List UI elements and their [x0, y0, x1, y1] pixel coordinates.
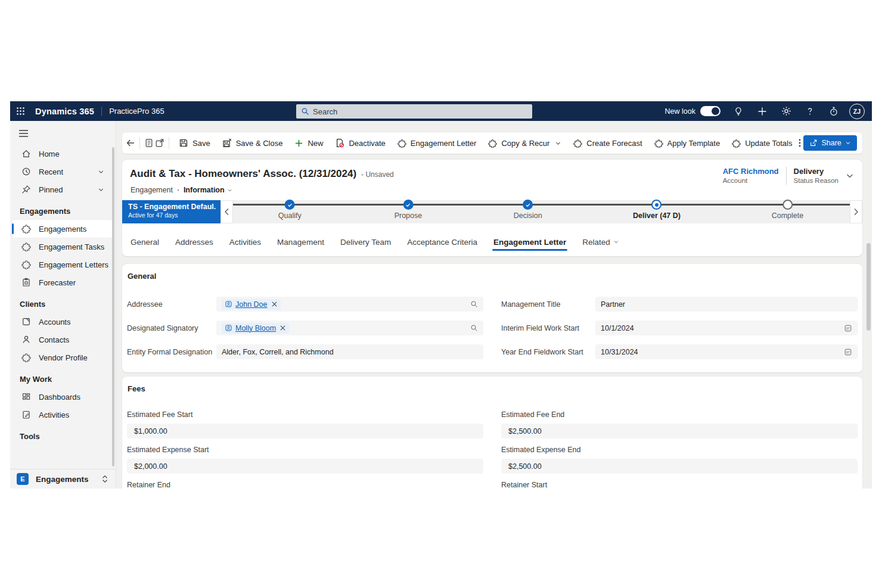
main-scrollbar[interactable] — [867, 243, 871, 331]
form-selector[interactable]: Information — [184, 186, 232, 194]
area-switcher[interactable]: E Engagements — [10, 469, 116, 489]
app-launcher-button[interactable] — [10, 101, 30, 121]
avatar[interactable]: ZJ — [849, 104, 865, 119]
sidebar-item-engagement-tasks[interactable]: Engagement Tasks — [12, 238, 113, 256]
estimated-fee-start-field[interactable]: $1,000.00 — [127, 424, 483, 438]
new-look-toggle[interactable] — [700, 106, 720, 116]
stage-qualify[interactable]: Qualify — [278, 200, 302, 220]
sidebar-item-accounts[interactable]: Accounts — [12, 313, 113, 331]
field-value: Alder, Fox, Correll, and Richmond — [222, 348, 334, 356]
app-name[interactable]: PracticePro 365 — [109, 107, 164, 116]
tab-acceptance-criteria[interactable]: Acceptance Criteria — [407, 231, 477, 253]
entity-formal-designation-field[interactable]: Alder, Fox, Correll, and Richmond — [216, 344, 483, 359]
copy-and-recur-button[interactable]: Copy & Recur — [483, 135, 567, 151]
sidebar-item-engagements[interactable]: Engagements — [12, 220, 113, 238]
deactivate-button[interactable]: Deactivate — [330, 135, 390, 151]
remove-icon[interactable] — [279, 325, 285, 331]
date-picker-icon[interactable] — [844, 324, 852, 332]
field-designated-signatory: Designated Signatory Molly Bloom — [127, 321, 483, 335]
lightbulb-icon — [734, 107, 743, 116]
share-button[interactable]: Share — [803, 135, 856, 151]
addressee-lookup-field[interactable]: John Doe — [216, 297, 483, 312]
lookup-link[interactable]: John Doe — [235, 300, 268, 309]
tab-management[interactable]: Management — [277, 231, 324, 253]
interim-field-work-start-field[interactable]: 10/1/2024 — [595, 321, 858, 335]
back-button[interactable] — [126, 135, 135, 151]
designated-signatory-lookup-field[interactable]: Molly Bloom — [216, 321, 483, 335]
lookup-link[interactable]: Molly Bloom — [235, 324, 276, 332]
field-label: Estimated Fee End — [501, 410, 858, 419]
sidebar-item-contacts[interactable]: Contacts — [12, 331, 113, 349]
more-commands-button[interactable] — [799, 135, 801, 151]
lightbulb-button[interactable] — [726, 101, 750, 121]
sidebar-item-engagement-letters[interactable]: Engagement Letters — [12, 256, 113, 273]
settings-button[interactable] — [774, 101, 798, 121]
remove-icon[interactable] — [271, 301, 277, 307]
button-label: Deactivate — [349, 139, 385, 148]
active-stage-box[interactable]: TS - Engagement Defaul... Active for 47 … — [122, 200, 220, 223]
stage-complete[interactable]: Complete — [772, 200, 804, 220]
management-title-field[interactable]: Partner — [595, 297, 858, 312]
show-chart-button[interactable] — [144, 135, 154, 151]
button-label: Share — [821, 139, 841, 147]
sidebar-item-home[interactable]: Home — [12, 145, 113, 163]
update-totals-button[interactable]: Update Totals — [726, 135, 797, 151]
record-header-card: Audit & Tax - Homeowners' Assoc. (12/31/… — [122, 160, 862, 256]
recent-activity-button[interactable] — [822, 101, 846, 121]
save-and-close-button[interactable]: Save & Close — [217, 135, 288, 151]
sidebar-scrollbar[interactable] — [112, 147, 114, 466]
sidebar-item-vendor-profile[interactable]: Vendor Profile — [12, 349, 113, 366]
button-label: Engagement Letter — [411, 139, 477, 148]
apply-template-button[interactable]: Apply Template — [649, 135, 726, 151]
stage-deliver[interactable]: Deliver (47 D) — [633, 200, 681, 220]
form-name: Information — [184, 186, 225, 194]
header-expand-button[interactable] — [846, 172, 854, 180]
header-account-field[interactable]: AFC Richmond Account — [723, 167, 779, 184]
estimated-expense-end-field[interactable]: $2,500.00 — [501, 459, 858, 474]
hamburger-icon — [18, 129, 29, 138]
save-button[interactable]: Save — [173, 135, 216, 151]
entity-icon — [732, 139, 741, 148]
new-look-label: New look — [665, 107, 695, 116]
tab-activities[interactable]: Activities — [229, 231, 261, 253]
estimated-expense-start-field[interactable]: $2,000.00 — [127, 459, 483, 474]
lookup-pill: John Doe — [222, 299, 281, 310]
stage-decision[interactable]: Decision — [514, 200, 542, 220]
process-scroll-left-button[interactable] — [220, 200, 233, 223]
lookup-search-icon[interactable] — [470, 324, 478, 332]
sidebar-item-label: Accounts — [39, 318, 70, 326]
sidebar-item-dashboards[interactable]: Dashboards — [12, 388, 113, 406]
date-picker-icon[interactable] — [844, 348, 852, 356]
tab-label: Acceptance Criteria — [407, 238, 477, 247]
sidebar-collapse-button[interactable] — [18, 129, 29, 138]
popout-icon — [155, 138, 164, 148]
estimated-fee-end-field[interactable]: $2,500.00 — [501, 424, 858, 438]
search-input[interactable] — [313, 107, 527, 116]
lookup-search-icon[interactable] — [470, 300, 478, 308]
header-status-field[interactable]: Delivery Status Reason — [794, 167, 838, 184]
popout-button[interactable] — [155, 135, 164, 151]
engagement-letter-button[interactable]: Engagement Letter — [392, 135, 482, 151]
tab-engagement-letter[interactable]: Engagement Letter — [493, 231, 566, 253]
search-box[interactable] — [296, 104, 532, 119]
sidebar-item-pinned[interactable]: Pinned — [12, 181, 113, 198]
sidebar-item-forecaster[interactable]: Forecaster — [12, 273, 113, 291]
year-end-fieldwork-start-field[interactable]: 10/31/2024 — [595, 344, 858, 359]
process-scroll-right-button[interactable] — [850, 200, 862, 223]
sidebar-item-activities[interactable]: Activities — [12, 406, 113, 424]
new-button[interactable]: New — [289, 135, 328, 151]
tab-delivery-team[interactable]: Delivery Team — [340, 231, 391, 253]
account-link[interactable]: AFC Richmond — [723, 167, 779, 176]
tab-related[interactable]: Related — [582, 231, 619, 253]
sidebar-item-label: Activities — [39, 410, 69, 419]
quick-create-button[interactable] — [750, 101, 774, 121]
help-button[interactable] — [798, 101, 822, 121]
stage-propose[interactable]: Propose — [395, 200, 423, 220]
sidebar-item-recent[interactable]: Recent — [12, 163, 113, 181]
create-forecast-button[interactable]: Create Forecast — [568, 135, 647, 151]
entity-type-label: Engagement — [131, 186, 173, 194]
sidebar-group-clients: Clients — [10, 295, 116, 313]
tab-general[interactable]: General — [131, 231, 159, 253]
tab-addresses[interactable]: Addresses — [175, 231, 213, 253]
brand-title[interactable]: Dynamics 365 — [35, 107, 94, 116]
